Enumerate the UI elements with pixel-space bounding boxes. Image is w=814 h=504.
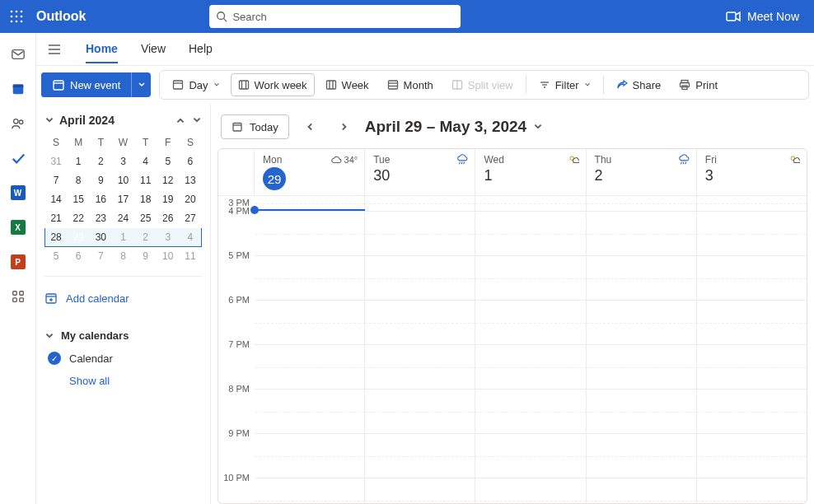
time-slot[interactable] [475,300,586,344]
weather-icon[interactable] [568,154,579,166]
mini-day[interactable]: 12 [157,171,179,190]
mini-day[interactable]: 6 [68,247,90,266]
todo-rail-icon[interactable] [10,150,26,166]
mail-rail-icon[interactable] [10,46,26,63]
work-week-view-button[interactable]: Work week [231,73,315,96]
mini-day[interactable]: 21 [45,209,68,228]
mini-day[interactable]: 27 [179,209,201,228]
time-slot[interactable] [475,389,586,433]
people-rail-icon[interactable] [10,115,26,132]
mini-day[interactable]: 20 [179,190,201,209]
mini-day[interactable]: 2 [134,228,157,247]
time-slot[interactable] [697,255,807,300]
mini-day[interactable]: 23 [90,209,112,228]
print-button[interactable]: Print [671,73,725,96]
mini-day[interactable]: 13 [179,171,201,190]
share-button[interactable]: Share [609,73,669,96]
split-view-button[interactable]: Split view [444,73,521,96]
hamburger-button[interactable] [48,43,61,56]
time-slot[interactable] [365,478,475,503]
calendar-rail-icon[interactable] [10,81,26,97]
mini-day[interactable]: 17 [112,190,134,209]
time-slot[interactable] [587,196,697,211]
mini-day[interactable]: 8 [68,171,90,190]
time-slot[interactable] [475,255,586,300]
weather-icon[interactable] [456,154,468,166]
time-slot[interactable] [255,255,365,300]
week-view-button[interactable]: Week [318,73,377,96]
next-week-button[interactable] [332,115,355,138]
tab-help[interactable]: Help [189,35,213,63]
mini-day[interactable]: 5 [157,152,179,171]
mini-day[interactable]: 15 [68,190,90,209]
mini-day[interactable]: 7 [45,171,68,190]
time-slot[interactable] [255,389,365,433]
prev-month-button[interactable] [175,115,185,125]
time-slot[interactable] [587,255,697,300]
mini-day[interactable]: 29 [68,228,90,247]
mini-day[interactable]: 28 [45,228,68,247]
mini-day[interactable]: 9 [134,247,157,266]
time-slot[interactable] [475,344,586,389]
time-slot[interactable] [365,211,475,255]
time-slot[interactable] [255,211,365,255]
prev-week-button[interactable] [299,115,322,138]
month-view-button[interactable]: Month [380,73,441,96]
mini-day[interactable]: 4 [134,152,157,171]
tab-view[interactable]: View [141,35,166,63]
mini-day[interactable]: 11 [134,171,157,190]
show-all-link[interactable]: Show all [44,370,202,392]
day-header[interactable]: Thu2 [587,149,697,195]
mini-day[interactable]: 31 [45,152,68,171]
my-calendars-group[interactable]: My calendars [44,324,202,347]
time-slot[interactable] [697,344,807,389]
time-slot[interactable] [587,433,697,478]
search-input[interactable]: Search [209,5,461,28]
mini-day[interactable]: 6 [179,152,201,171]
mini-day[interactable]: 2 [90,152,112,171]
mini-day[interactable]: 14 [45,190,68,209]
day-header[interactable]: Fri3 [697,149,807,195]
new-event-button[interactable]: New event [41,72,151,97]
time-slot[interactable] [475,211,586,255]
time-slot[interactable] [587,389,697,433]
new-event-split[interactable] [131,72,151,97]
mini-day[interactable]: 16 [90,190,112,209]
time-slot[interactable] [587,300,697,344]
chevron-down-icon[interactable] [44,115,54,125]
time-slot[interactable] [697,196,807,211]
time-slot[interactable] [365,255,475,300]
time-slot[interactable] [255,478,365,503]
day-view-button[interactable]: Day [165,73,227,96]
time-slot[interactable] [697,300,807,344]
today-button[interactable]: Today [221,114,289,139]
day-header[interactable]: Mon2934° [255,149,365,195]
tab-home[interactable]: Home [86,35,118,63]
mini-day[interactable]: 25 [134,209,157,228]
excel-rail-icon[interactable]: X [10,219,26,236]
mini-day[interactable]: 10 [112,171,134,190]
time-slot[interactable] [365,389,475,433]
time-slot[interactable] [475,478,586,503]
mini-day[interactable]: 1 [68,152,90,171]
mini-day[interactable]: 3 [157,228,179,247]
mini-calendar[interactable]: SMTWTFS311234567891011121314151617181920… [44,133,202,266]
add-calendar-button[interactable]: Add calendar [44,287,202,310]
weather-icon[interactable] [788,154,800,166]
day-header[interactable]: Wed1 [475,149,586,195]
time-slot[interactable] [255,433,365,478]
time-slot[interactable] [697,211,807,255]
time-slot[interactable] [587,211,697,255]
date-range-title[interactable]: April 29 – May 3, 2024 [365,118,543,136]
mini-day[interactable]: 9 [90,171,112,190]
mini-day[interactable]: 10 [157,247,179,266]
time-slot[interactable] [255,344,365,389]
app-launcher-button[interactable] [0,0,33,33]
mini-day[interactable]: 18 [134,190,157,209]
time-slot[interactable] [475,196,586,211]
powerpoint-rail-icon[interactable]: P [10,254,26,270]
more-apps-rail-icon[interactable] [10,288,26,305]
time-slot[interactable] [365,344,475,389]
time-slot[interactable] [587,344,697,389]
filter-button[interactable]: Filter [531,73,598,96]
